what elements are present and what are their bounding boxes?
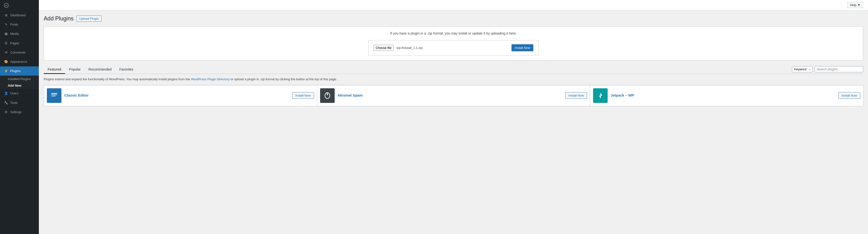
keyword-wrapper: Keyword: [792, 66, 813, 72]
search-area: Keyword: [792, 66, 863, 74]
svg-text:W: W: [5, 4, 8, 7]
sidebar-subitem-installed-plugins[interactable]: Installed Plugins: [0, 76, 39, 82]
plugins-desc-before-link: Plugins extend and expand the functional…: [44, 77, 191, 81]
keyword-select[interactable]: Keyword: [792, 66, 813, 72]
users-icon: 👤: [4, 91, 8, 96]
plugin-card-jetpack-top: Jetpack – WP Install Now: [590, 85, 863, 106]
pages-icon: ☰: [4, 41, 8, 46]
classic-editor-install-button[interactable]: Install Now: [292, 92, 314, 99]
sidebar-item-tools[interactable]: 🔧 Tools: [0, 98, 39, 107]
sidebar-item-users-label: Users: [10, 91, 19, 96]
jetpack-icon: [593, 88, 608, 103]
sidebar-item-users[interactable]: 👤 Users: [0, 89, 39, 98]
sidebar-item-settings[interactable]: ⚙ Settings: [0, 107, 39, 117]
upload-section: If you have a plugin in a .zip format, y…: [44, 26, 863, 60]
plugins-grid: Classic Editor Install Now Akismet Spam: [44, 85, 863, 106]
page-header: Add Plugins Upload Plugin: [44, 15, 863, 22]
svg-rect-2: [51, 93, 57, 94]
sidebar-item-dashboard[interactable]: ⊞ Dashboard: [0, 11, 39, 20]
plugins-desc-after-link: or upload a plugin in .zip format by cli…: [229, 77, 337, 81]
sidebar-item-media[interactable]: ▦ Media: [0, 29, 39, 38]
classic-editor-info: Classic Editor: [64, 93, 289, 98]
tab-featured[interactable]: Featured: [44, 66, 65, 74]
sidebar-item-posts-label: Posts: [10, 22, 18, 27]
sidebar-item-tools-label: Tools: [10, 101, 18, 105]
sidebar-item-plugins[interactable]: ⚡ Plugins: [0, 67, 39, 76]
choose-file-button[interactable]: Choose file: [374, 45, 394, 51]
sidebar-subitem-add-new[interactable]: Add New: [0, 82, 39, 89]
akismet-install-button[interactable]: Install Now: [565, 92, 587, 99]
wp-logo: W: [0, 0, 39, 11]
plugin-card-classic-editor-top: Classic Editor Install Now: [44, 85, 317, 106]
plugin-card-classic-editor: Classic Editor Install Now: [44, 85, 317, 106]
tab-favorites[interactable]: Favorites: [115, 66, 137, 74]
sidebar-item-appearance[interactable]: 🎨 Appearance: [0, 57, 39, 67]
settings-icon: ⚙: [4, 110, 8, 114]
plugins-description: Plugins extend and expand the functional…: [44, 74, 863, 85]
posts-icon: ✎: [4, 22, 8, 27]
svg-rect-4: [51, 96, 56, 96]
upload-plugin-button[interactable]: Upload Plugin: [76, 16, 101, 22]
media-icon: ▦: [4, 32, 8, 36]
svg-marker-6: [599, 93, 602, 99]
sidebar-item-dashboard-label: Dashboard: [10, 13, 26, 18]
sidebar-item-settings-label: Settings: [10, 110, 22, 114]
tools-icon: 🔧: [4, 101, 8, 105]
help-button[interactable]: Help ▼: [847, 2, 863, 8]
sidebar-item-appearance-label: Appearance: [10, 59, 27, 64]
install-now-button[interactable]: Install Now: [512, 44, 533, 51]
sidebar-item-plugins-label: Plugins: [10, 69, 21, 73]
svg-rect-3: [51, 95, 57, 95]
sidebar-item-pages[interactable]: ☰ Pages: [0, 39, 39, 48]
tab-popular[interactable]: Popular: [65, 66, 85, 74]
sidebar-item-pages-label: Pages: [10, 41, 19, 46]
comments-icon: ✉: [4, 50, 8, 55]
jetpack-info: Jetpack – WP: [611, 93, 835, 98]
help-label: Help: [850, 3, 856, 7]
plugin-card-akismet-top: Akismet Spam Install Now: [317, 85, 590, 106]
akismet-name: Akismet Spam: [338, 93, 562, 97]
plugins-submenu: Installed Plugins Add New: [0, 76, 39, 89]
appearance-icon: 🎨: [4, 59, 8, 64]
sidebar-item-media-label: Media: [10, 32, 19, 36]
selected-file-name: wp-firewall_1.1.zip: [397, 46, 423, 50]
jetpack-name: Jetpack – WP: [611, 93, 835, 97]
classic-editor-name: Classic Editor: [64, 93, 289, 97]
jetpack-install-button[interactable]: Install Now: [838, 92, 860, 99]
search-plugins-input[interactable]: [814, 66, 863, 72]
upload-form: Choose file wp-firewall_1.1.zip Install …: [368, 40, 538, 55]
upload-description: If you have a plugin in a .zip format, y…: [49, 31, 858, 35]
sidebar-item-comments-label: Comments: [10, 50, 26, 55]
content-area: Add Plugins Upload Plugin If you have a …: [39, 10, 868, 234]
plugin-directory-link[interactable]: WordPress Plugin Directory: [191, 77, 229, 81]
akismet-info: Akismet Spam: [338, 93, 562, 98]
tabs-list: Featured Popular Recommended Favorites: [44, 66, 137, 74]
dashboard-icon: ⊞: [4, 13, 8, 18]
classic-editor-icon: [47, 88, 61, 103]
help-arrow-icon: ▼: [857, 3, 861, 7]
sidebar-item-posts[interactable]: ✎ Posts: [0, 20, 39, 29]
topbar: Help ▼: [39, 0, 868, 10]
plugin-card-jetpack: Jetpack – WP Install Now: [590, 85, 863, 106]
plugin-card-akismet: Akismet Spam Install Now: [317, 85, 590, 106]
tab-recommended[interactable]: Recommended: [85, 66, 115, 74]
page-title: Add Plugins: [44, 15, 73, 22]
akismet-icon: [320, 88, 335, 103]
tabs-bar: Featured Popular Recommended Favorites K…: [44, 66, 863, 74]
sidebar-item-comments[interactable]: ✉ Comments: [0, 48, 39, 57]
plugins-icon: ⚡: [4, 69, 8, 73]
